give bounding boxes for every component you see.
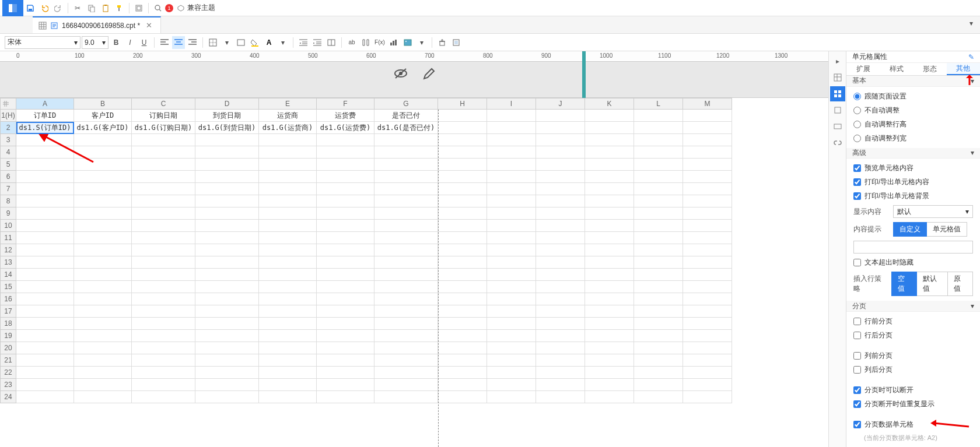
cell[interactable] <box>536 330 585 342</box>
cell[interactable] <box>374 134 438 146</box>
option-button[interactable]: 默认值 <box>917 272 949 296</box>
cell[interactable] <box>536 159 585 171</box>
basic-radio[interactable]: 自动调整行高 <box>853 119 973 129</box>
cell[interactable] <box>683 330 732 342</box>
cell[interactable] <box>74 269 132 281</box>
cell[interactable] <box>536 244 585 256</box>
cell[interactable] <box>683 207 732 220</box>
cell[interactable] <box>634 281 683 293</box>
cell[interactable] <box>585 110 634 122</box>
cell[interactable] <box>74 220 132 232</box>
cell[interactable] <box>634 171 683 183</box>
cell[interactable] <box>634 146 683 159</box>
cell[interactable] <box>585 318 634 330</box>
cell[interactable] <box>259 379 317 391</box>
row-header[interactable]: 7 <box>0 183 16 195</box>
chart-icon[interactable] <box>387 36 400 49</box>
show-content-select[interactable]: 默认▾ <box>893 205 973 218</box>
cell[interactable] <box>683 232 732 244</box>
cell[interactable] <box>317 220 374 232</box>
cell[interactable] <box>683 379 732 391</box>
edit-icon[interactable] <box>422 68 435 80</box>
cell[interactable] <box>487 269 536 281</box>
props-tab[interactable]: 样式 <box>880 63 913 75</box>
cell[interactable] <box>374 159 438 171</box>
cell[interactable] <box>317 354 374 367</box>
row-header[interactable]: 10 <box>0 220 16 232</box>
cell[interactable] <box>132 330 195 342</box>
cell[interactable] <box>16 220 74 232</box>
cell[interactable] <box>438 183 487 195</box>
col-header[interactable]: F <box>317 98 374 110</box>
cell[interactable] <box>74 232 132 244</box>
cell[interactable] <box>683 220 732 232</box>
chk-overflow-hide[interactable]: 文本超出时隐藏 <box>853 258 973 268</box>
cell[interactable] <box>16 354 74 367</box>
compat-theme-button[interactable]: 兼容主题 <box>173 3 219 13</box>
cell[interactable] <box>317 293 374 305</box>
cell[interactable] <box>536 183 585 195</box>
cell[interactable] <box>487 244 536 256</box>
cell[interactable] <box>634 110 683 122</box>
cell[interactable]: 订购日期 <box>132 110 195 122</box>
cell[interactable] <box>16 183 74 195</box>
cell[interactable] <box>74 293 132 305</box>
cell[interactable] <box>259 318 317 330</box>
cell[interactable] <box>683 318 732 330</box>
cell[interactable] <box>683 244 732 256</box>
cell[interactable] <box>16 330 74 342</box>
cell[interactable] <box>374 342 438 354</box>
underline-icon[interactable]: U <box>138 36 150 49</box>
cell[interactable] <box>487 159 536 171</box>
panel-collapse-icon[interactable]: ✎ <box>968 53 974 61</box>
cell[interactable] <box>74 367 132 379</box>
settings-icon[interactable] <box>132 1 146 15</box>
cell[interactable] <box>634 134 683 146</box>
chk-col-before[interactable]: 列前分页 <box>853 351 973 361</box>
cell[interactable] <box>536 367 585 379</box>
cell[interactable] <box>683 269 732 281</box>
component-icon[interactable] <box>830 86 845 101</box>
cut-icon[interactable]: ✂ <box>71 1 85 15</box>
indent-increase-icon[interactable] <box>311 36 324 49</box>
cell[interactable] <box>438 232 487 244</box>
cell[interactable] <box>438 244 487 256</box>
cell[interactable] <box>585 195 634 207</box>
image-icon[interactable] <box>401 36 414 49</box>
cell[interactable] <box>634 159 683 171</box>
cell[interactable] <box>195 342 259 354</box>
data-icon[interactable] <box>830 70 845 85</box>
cell[interactable] <box>317 281 374 293</box>
cell[interactable]: ds1.G(运货费) <box>317 122 374 134</box>
cell[interactable] <box>195 256 259 269</box>
cell[interactable] <box>438 256 487 269</box>
cell[interactable] <box>259 195 317 207</box>
file-tab[interactable]: 1668400906169858.cpt * ✕ <box>33 16 161 33</box>
cell[interactable] <box>585 330 634 342</box>
cell[interactable] <box>374 146 438 159</box>
float-icon[interactable] <box>450 36 463 49</box>
cell[interactable] <box>259 269 317 281</box>
cell[interactable] <box>317 379 374 391</box>
cell[interactable] <box>132 391 195 403</box>
borders-icon[interactable] <box>206 36 219 49</box>
cell[interactable] <box>16 293 74 305</box>
cell[interactable] <box>74 305 132 318</box>
shape-icon[interactable] <box>830 103 845 118</box>
cell[interactable] <box>317 269 374 281</box>
cell[interactable] <box>683 281 732 293</box>
col-header[interactable]: E <box>259 98 317 110</box>
text-ab-icon[interactable]: ab <box>345 36 358 49</box>
chk-repeat-on-break[interactable]: 分页断开时值重复显示 <box>853 399 973 409</box>
search-icon[interactable] <box>151 1 165 15</box>
row-header[interactable]: 4 <box>0 146 16 159</box>
cell[interactable] <box>487 318 536 330</box>
cell[interactable] <box>74 195 132 207</box>
cell[interactable] <box>536 195 585 207</box>
cell[interactable] <box>634 391 683 403</box>
cell[interactable] <box>16 269 74 281</box>
cell[interactable] <box>374 232 438 244</box>
cell[interactable] <box>634 244 683 256</box>
cell[interactable] <box>374 220 438 232</box>
row-header[interactable]: 24 <box>0 391 16 403</box>
